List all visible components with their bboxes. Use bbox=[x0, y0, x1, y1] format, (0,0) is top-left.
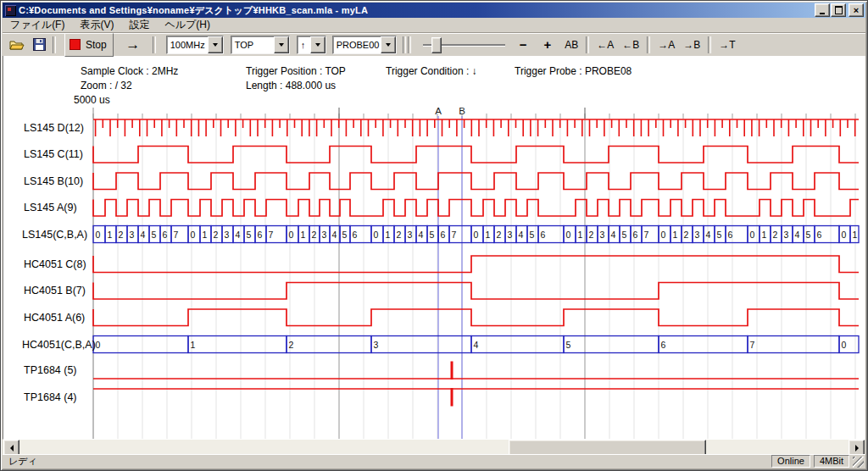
waveform-channel bbox=[93, 388, 859, 407]
toolbar-separator bbox=[586, 36, 589, 53]
svg-text:5: 5 bbox=[530, 230, 535, 240]
waveform-channel bbox=[93, 362, 859, 380]
svg-text:5: 5 bbox=[806, 230, 811, 240]
svg-text:2: 2 bbox=[289, 340, 294, 350]
waveform-channel bbox=[93, 283, 859, 300]
open-file-button[interactable] bbox=[7, 36, 27, 54]
save-button[interactable] bbox=[29, 36, 49, 54]
title-bar: C:¥Documents and Settings¥noname¥デスクトップ¥… bbox=[3, 3, 865, 18]
svg-text:7: 7 bbox=[750, 340, 755, 350]
svg-text:5: 5 bbox=[430, 230, 435, 240]
svg-text:7: 7 bbox=[644, 230, 649, 240]
goto-cursor-a-right-button[interactable]: →A bbox=[654, 34, 679, 56]
goto-trigger-button[interactable]: →T bbox=[715, 34, 739, 56]
status-memory-badge: 4MBit bbox=[814, 455, 849, 468]
svg-text:0: 0 bbox=[96, 230, 101, 240]
scroll-left-icon bbox=[10, 445, 14, 452]
close-icon: × bbox=[849, 4, 863, 16]
svg-text:3: 3 bbox=[374, 340, 379, 350]
svg-text:4: 4 bbox=[795, 230, 800, 240]
toolbar-separator bbox=[153, 36, 156, 53]
scroll-right-icon bbox=[855, 445, 859, 452]
trigger-position-select[interactable]: TOP bbox=[231, 36, 290, 54]
close-button[interactable]: × bbox=[849, 3, 864, 17]
menu-settings[interactable]: 設定 bbox=[121, 17, 157, 33]
svg-text:A: A bbox=[435, 106, 442, 116]
svg-text:0: 0 bbox=[96, 340, 101, 350]
dropdown-arrow-icon[interactable] bbox=[208, 36, 223, 53]
svg-text:6: 6 bbox=[441, 230, 446, 240]
status-online-badge: Online bbox=[771, 455, 810, 468]
zoom-in-button[interactable]: + bbox=[537, 36, 557, 54]
goto-cursor-b-right-button[interactable]: →B bbox=[679, 34, 704, 56]
zoom-slider[interactable] bbox=[423, 36, 505, 53]
svg-text:3: 3 bbox=[784, 230, 789, 240]
svg-text:6: 6 bbox=[541, 230, 546, 240]
maximize-button[interactable] bbox=[831, 3, 846, 17]
run-button[interactable]: → bbox=[120, 36, 146, 54]
svg-text:7: 7 bbox=[452, 230, 457, 240]
stop-label: Stop bbox=[86, 39, 107, 51]
sample-clock-select[interactable]: 100MHz bbox=[166, 36, 224, 54]
zoom-slider-thumb[interactable] bbox=[431, 37, 442, 53]
waveform-channel bbox=[93, 309, 859, 326]
svg-text:1: 1 bbox=[762, 230, 767, 240]
svg-text:6: 6 bbox=[353, 230, 358, 240]
window-title: C:¥Documents and Settings¥noname¥デスクトップ¥… bbox=[19, 4, 368, 17]
svg-text:3: 3 bbox=[225, 230, 230, 240]
minimize-button[interactable] bbox=[815, 3, 830, 17]
dropdown-arrow-icon[interactable] bbox=[274, 36, 289, 53]
svg-text:2: 2 bbox=[684, 230, 689, 240]
trigger-edge-select[interactable]: ↑ bbox=[297, 36, 326, 54]
svg-text:5: 5 bbox=[152, 230, 157, 240]
svg-text:0: 0 bbox=[566, 230, 571, 240]
probe-select[interactable]: PROBE00 bbox=[332, 36, 397, 54]
menu-help[interactable]: ヘルプ(H) bbox=[157, 17, 218, 33]
zoom-ab-button[interactable]: AB bbox=[560, 34, 582, 56]
svg-text:0: 0 bbox=[750, 230, 755, 240]
svg-text:5: 5 bbox=[622, 230, 627, 240]
toolbar-separator bbox=[408, 36, 411, 53]
status-bar: レディ Online 4MBit bbox=[3, 454, 865, 468]
zoom-out-button[interactable]: − bbox=[514, 36, 533, 54]
run-arrow-icon: → bbox=[125, 36, 140, 53]
menu-bar: ファイル(F) 表示(V) 設定 ヘルプ(H) bbox=[3, 18, 865, 32]
trigger-position-value: TOP bbox=[231, 40, 274, 50]
svg-text:1: 1 bbox=[578, 230, 583, 240]
toolbar-separator bbox=[403, 36, 406, 53]
svg-text:5: 5 bbox=[717, 230, 722, 240]
waveform-channel bbox=[93, 200, 859, 217]
svg-text:1: 1 bbox=[486, 230, 491, 240]
svg-text:7: 7 bbox=[174, 230, 179, 240]
menu-view[interactable]: 表示(V) bbox=[72, 17, 121, 33]
menu-file[interactable]: ファイル(F) bbox=[3, 17, 72, 33]
probe-value: PROBE00 bbox=[333, 40, 381, 50]
svg-text:0: 0 bbox=[842, 340, 847, 350]
open-folder-icon bbox=[9, 39, 25, 51]
resize-grip[interactable] bbox=[853, 457, 864, 468]
goto-cursor-b-left-button[interactable]: ←B bbox=[618, 34, 643, 56]
svg-text:2: 2 bbox=[119, 230, 124, 240]
svg-text:0: 0 bbox=[842, 230, 847, 240]
svg-text:5: 5 bbox=[342, 230, 348, 240]
svg-text:4: 4 bbox=[236, 230, 241, 240]
svg-text:4: 4 bbox=[141, 230, 146, 240]
trigger-edge-value: ↑ bbox=[298, 40, 310, 50]
svg-text:1: 1 bbox=[203, 230, 208, 240]
waveform-plot[interactable]: AB01234567012345670123456012345670123456… bbox=[0, 0, 868, 440]
dropdown-arrow-icon[interactable] bbox=[310, 36, 326, 53]
waveform-channel bbox=[93, 147, 859, 163]
dropdown-arrow-icon[interactable] bbox=[381, 36, 396, 53]
goto-cursor-a-left-button[interactable]: ←A bbox=[593, 34, 618, 56]
svg-text:4: 4 bbox=[332, 230, 337, 240]
window-controls: × bbox=[814, 3, 864, 17]
svg-text:3: 3 bbox=[508, 230, 513, 240]
svg-text:4: 4 bbox=[474, 340, 479, 350]
app-icon bbox=[5, 5, 16, 16]
stop-button[interactable]: Stop bbox=[64, 33, 114, 57]
waveform-channel bbox=[93, 119, 859, 136]
svg-text:0: 0 bbox=[289, 230, 294, 240]
svg-text:6: 6 bbox=[258, 230, 263, 240]
horizontal-scrollbar[interactable] bbox=[3, 440, 865, 454]
maximize-icon bbox=[835, 6, 843, 14]
